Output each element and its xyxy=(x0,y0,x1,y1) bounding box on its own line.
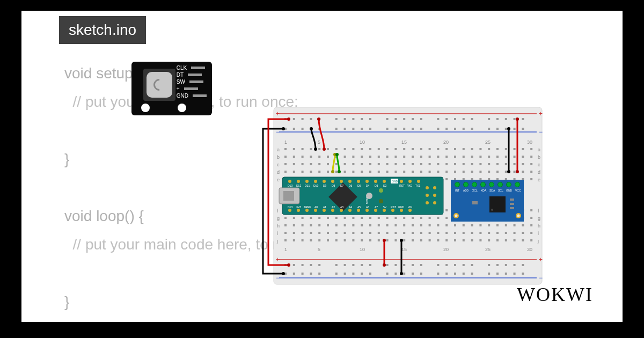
svg-text:D4: D4 xyxy=(366,184,370,187)
svg-rect-217 xyxy=(344,148,346,150)
svg-rect-335 xyxy=(437,232,439,234)
svg-point-559 xyxy=(516,117,519,121)
svg-point-563 xyxy=(323,148,326,151)
svg-rect-126 xyxy=(471,273,473,275)
svg-text:GND: GND xyxy=(398,205,405,209)
circuit-diagram[interactable]: + + − − 1 5 10 15 20 25 30 aa bb cc dd xyxy=(258,107,558,290)
svg-text:1: 1 xyxy=(284,247,287,252)
svg-rect-101 xyxy=(412,264,414,266)
svg-rect-207 xyxy=(335,148,338,150)
svg-rect-97 xyxy=(403,264,405,266)
svg-rect-239 xyxy=(361,163,363,165)
svg-rect-349 xyxy=(454,163,456,165)
svg-point-455 xyxy=(288,180,291,183)
rotate-icon xyxy=(151,76,167,93)
svg-point-453 xyxy=(379,188,383,193)
svg-point-552 xyxy=(383,239,386,242)
svg-rect-406 xyxy=(496,239,499,241)
svg-rect-102 xyxy=(412,273,414,275)
svg-rect-113 xyxy=(445,264,448,266)
svg-rect-94 xyxy=(394,273,397,275)
svg-rect-130 xyxy=(488,273,490,275)
svg-rect-124 xyxy=(471,128,473,130)
svg-text:GND: GND xyxy=(392,180,398,183)
svg-rect-544 xyxy=(510,199,514,201)
svg-point-459 xyxy=(323,180,326,183)
svg-point-533 xyxy=(515,182,520,187)
svg-rect-177 xyxy=(310,148,312,150)
svg-text:INT: INT xyxy=(455,189,459,192)
svg-point-460 xyxy=(331,180,334,183)
svg-text:g: g xyxy=(538,216,540,221)
svg-point-476 xyxy=(331,209,334,212)
svg-rect-68 xyxy=(335,128,338,130)
svg-point-461 xyxy=(340,180,343,183)
encoder-knob[interactable] xyxy=(143,69,175,101)
svg-rect-134 xyxy=(496,273,499,275)
svg-rect-307 xyxy=(420,148,422,150)
preview-card: sketch.ino void setup() { // put your co… xyxy=(21,11,623,322)
svg-rect-227 xyxy=(352,148,354,150)
rotary-encoder[interactable]: CLK DT SW + GND xyxy=(131,62,223,121)
svg-rect-304 xyxy=(412,224,414,226)
svg-rect-65 xyxy=(318,264,320,266)
svg-rect-444 xyxy=(530,224,532,226)
svg-rect-323 xyxy=(429,217,431,219)
svg-rect-253 xyxy=(369,217,371,219)
svg-text:e: e xyxy=(277,177,280,182)
svg-text:RX0: RX0 xyxy=(407,184,412,187)
svg-rect-385 xyxy=(479,232,481,234)
svg-rect-366 xyxy=(463,239,465,241)
svg-rect-254 xyxy=(369,224,371,226)
svg-text:D9: D9 xyxy=(323,184,327,187)
svg-rect-226 xyxy=(344,239,346,241)
svg-text:TX1: TX1 xyxy=(415,184,420,187)
svg-rect-359 xyxy=(463,163,465,165)
svg-rect-146 xyxy=(522,273,524,275)
svg-point-489 xyxy=(433,194,436,197)
svg-rect-109 xyxy=(437,264,439,266)
svg-rect-143 xyxy=(522,118,524,120)
svg-text:i: i xyxy=(538,231,539,236)
svg-rect-280 xyxy=(394,171,397,173)
svg-rect-425 xyxy=(514,232,516,234)
svg-rect-305 xyxy=(412,232,414,234)
svg-point-561 xyxy=(314,148,317,151)
svg-rect-315 xyxy=(420,232,422,234)
svg-rect-267 xyxy=(386,148,389,150)
svg-rect-96 xyxy=(403,128,405,130)
svg-rect-294 xyxy=(403,224,405,226)
svg-text:25: 25 xyxy=(485,139,491,145)
svg-text:D3: D3 xyxy=(375,184,378,187)
svg-rect-420 xyxy=(514,171,516,173)
svg-text:20: 20 xyxy=(443,139,449,145)
svg-point-458 xyxy=(314,180,317,183)
svg-text:d: d xyxy=(277,170,280,175)
svg-rect-145 xyxy=(522,264,524,266)
code-line: } xyxy=(64,151,69,167)
svg-point-481 xyxy=(374,209,377,212)
svg-point-472 xyxy=(297,209,300,212)
svg-rect-257 xyxy=(378,148,380,150)
svg-text:D13: D13 xyxy=(288,205,292,209)
svg-rect-176 xyxy=(302,239,304,241)
svg-rect-112 xyxy=(445,128,448,130)
svg-text:10: 10 xyxy=(360,139,365,145)
svg-rect-235 xyxy=(352,232,354,234)
svg-rect-210 xyxy=(335,171,338,173)
svg-rect-56 xyxy=(302,128,304,130)
svg-rect-259 xyxy=(378,163,380,165)
svg-rect-308 xyxy=(420,156,422,158)
svg-rect-378 xyxy=(479,156,481,158)
svg-rect-248 xyxy=(369,156,371,158)
code-line: void loop() { xyxy=(64,208,144,224)
svg-rect-233 xyxy=(352,217,354,219)
svg-rect-131 xyxy=(496,118,499,120)
svg-rect-188 xyxy=(318,156,320,158)
svg-text:D7: D7 xyxy=(340,184,344,187)
svg-point-457 xyxy=(305,180,309,183)
svg-text:SDA: SDA xyxy=(489,189,495,192)
svg-rect-279 xyxy=(394,163,397,165)
svg-rect-310 xyxy=(420,171,422,173)
svg-point-469 xyxy=(408,180,412,183)
